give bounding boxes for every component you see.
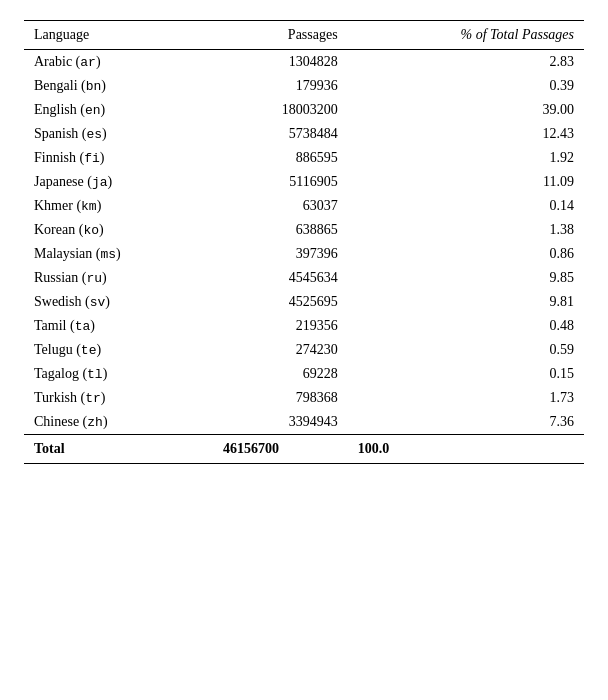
total-label: Total bbox=[24, 435, 213, 464]
table-row: Khmer (km)630370.14 bbox=[24, 194, 584, 218]
cell-language: Tamil (ta) bbox=[24, 314, 213, 338]
cell-percent: 7.36 bbox=[348, 410, 584, 435]
cell-percent: 0.15 bbox=[348, 362, 584, 386]
table-row: Chinese (zh)33949437.36 bbox=[24, 410, 584, 435]
cell-percent: 9.81 bbox=[348, 290, 584, 314]
col-header-passages: Passages bbox=[213, 21, 348, 50]
col-header-language: Language bbox=[24, 21, 213, 50]
cell-percent: 0.59 bbox=[348, 338, 584, 362]
cell-passages: 1304828 bbox=[213, 50, 348, 75]
cell-passages: 5738484 bbox=[213, 122, 348, 146]
cell-percent: 0.14 bbox=[348, 194, 584, 218]
cell-percent: 2.83 bbox=[348, 50, 584, 75]
cell-percent: 12.43 bbox=[348, 122, 584, 146]
cell-passages: 18003200 bbox=[213, 98, 348, 122]
cell-percent: 11.09 bbox=[348, 170, 584, 194]
cell-percent: 9.85 bbox=[348, 266, 584, 290]
cell-language: Khmer (km) bbox=[24, 194, 213, 218]
total-percent: 100.0 bbox=[348, 435, 584, 464]
cell-passages: 886595 bbox=[213, 146, 348, 170]
table-row: Tagalog (tl)692280.15 bbox=[24, 362, 584, 386]
cell-passages: 63037 bbox=[213, 194, 348, 218]
cell-passages: 798368 bbox=[213, 386, 348, 410]
cell-language: Korean (ko) bbox=[24, 218, 213, 242]
cell-language: Japanese (ja) bbox=[24, 170, 213, 194]
total-passages: 46156700 bbox=[213, 435, 348, 464]
cell-passages: 4525695 bbox=[213, 290, 348, 314]
cell-language: Russian (ru) bbox=[24, 266, 213, 290]
cell-language: Bengali (bn) bbox=[24, 74, 213, 98]
cell-passages: 5116905 bbox=[213, 170, 348, 194]
cell-language: Swedish (sv) bbox=[24, 290, 213, 314]
table-row: Russian (ru)45456349.85 bbox=[24, 266, 584, 290]
cell-percent: 1.73 bbox=[348, 386, 584, 410]
table-row: Malaysian (ms)3973960.86 bbox=[24, 242, 584, 266]
table-row: Korean (ko)6388651.38 bbox=[24, 218, 584, 242]
table-row: Tamil (ta)2193560.48 bbox=[24, 314, 584, 338]
data-table: Language Passages % of Total Passages Ar… bbox=[24, 20, 584, 464]
cell-passages: 638865 bbox=[213, 218, 348, 242]
cell-percent: 1.92 bbox=[348, 146, 584, 170]
total-row: Total 46156700 100.0 bbox=[24, 435, 584, 464]
table-row: Telugu (te)2742300.59 bbox=[24, 338, 584, 362]
table-row: Finnish (fi)8865951.92 bbox=[24, 146, 584, 170]
table-row: Spanish (es)573848412.43 bbox=[24, 122, 584, 146]
cell-language: Finnish (fi) bbox=[24, 146, 213, 170]
cell-percent: 0.48 bbox=[348, 314, 584, 338]
table-row: Bengali (bn)1799360.39 bbox=[24, 74, 584, 98]
cell-language: Chinese (zh) bbox=[24, 410, 213, 435]
cell-percent: 0.86 bbox=[348, 242, 584, 266]
col-header-percent: % of Total Passages bbox=[348, 21, 584, 50]
table-row: Japanese (ja)511690511.09 bbox=[24, 170, 584, 194]
cell-language: Spanish (es) bbox=[24, 122, 213, 146]
cell-language: Malaysian (ms) bbox=[24, 242, 213, 266]
cell-percent: 39.00 bbox=[348, 98, 584, 122]
table-row: Arabic (ar)13048282.83 bbox=[24, 50, 584, 75]
cell-percent: 1.38 bbox=[348, 218, 584, 242]
table-row: English (en)1800320039.00 bbox=[24, 98, 584, 122]
table-row: Turkish (tr)7983681.73 bbox=[24, 386, 584, 410]
cell-language: Telugu (te) bbox=[24, 338, 213, 362]
cell-language: English (en) bbox=[24, 98, 213, 122]
cell-passages: 4545634 bbox=[213, 266, 348, 290]
cell-passages: 219356 bbox=[213, 314, 348, 338]
cell-passages: 397396 bbox=[213, 242, 348, 266]
cell-language: Turkish (tr) bbox=[24, 386, 213, 410]
cell-passages: 274230 bbox=[213, 338, 348, 362]
cell-language: Arabic (ar) bbox=[24, 50, 213, 75]
table-container: Language Passages % of Total Passages Ar… bbox=[24, 20, 584, 464]
header-row: Language Passages % of Total Passages bbox=[24, 21, 584, 50]
cell-passages: 3394943 bbox=[213, 410, 348, 435]
cell-passages: 179936 bbox=[213, 74, 348, 98]
cell-percent: 0.39 bbox=[348, 74, 584, 98]
cell-language: Tagalog (tl) bbox=[24, 362, 213, 386]
cell-passages: 69228 bbox=[213, 362, 348, 386]
table-row: Swedish (sv)45256959.81 bbox=[24, 290, 584, 314]
